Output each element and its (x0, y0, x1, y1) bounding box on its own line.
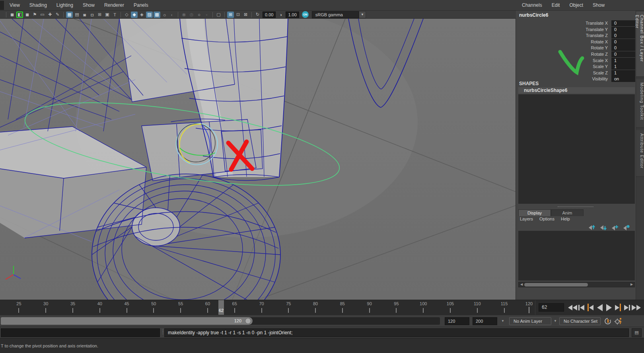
layer-up-icon[interactable] (588, 224, 595, 231)
side-tab-channel-box-layer-editor[interactable]: Channel Box / Layer Editor (636, 12, 644, 77)
channel-value-field[interactable]: 0 (611, 33, 635, 39)
go-to-end-button[interactable] (632, 303, 641, 312)
side-tab-attribute-editor[interactable]: Attribute Editor (636, 130, 644, 177)
menu-show[interactable]: Show (588, 0, 609, 8)
channel-label[interactable]: Rotate X (591, 39, 608, 44)
object-name[interactable]: nurbsCircle6 (519, 12, 548, 18)
anti-aliasing-icon[interactable]: ○ (196, 12, 202, 18)
time-slider-ticks[interactable]: 2530354045505560657075808590951001051101… (0, 300, 535, 315)
layer-menu-options[interactable]: Options (539, 216, 555, 221)
time-slider[interactable]: 2530354045505560657075808590951001051101… (0, 300, 644, 315)
shape-name[interactable]: nurbsCircleShape6 (518, 87, 635, 94)
tab-anim[interactable]: Anim (551, 209, 584, 216)
chevron-down-icon[interactable]: ▼ (501, 319, 504, 323)
side-tab-modeling-toolkit[interactable]: Modeling Toolkit (636, 79, 644, 128)
channel-label[interactable]: Scale Z (593, 70, 608, 75)
go-to-start-button[interactable] (568, 303, 577, 312)
channel-value-field[interactable]: 0 (611, 51, 635, 57)
step-forward-frame-button[interactable] (623, 303, 632, 312)
channel-value-field[interactable]: 0 (611, 27, 635, 33)
anim-layer-field[interactable]: No Anim Layer (509, 317, 551, 325)
xray-joints-icon[interactable]: ⊠ (242, 12, 249, 18)
channel-value-field[interactable]: 0 (611, 45, 635, 51)
channel-value-field[interactable]: 1 (611, 58, 635, 64)
image-plane-icon[interactable]: ▭ (39, 12, 46, 18)
resolution-gate-icon[interactable]: ◙ (81, 12, 88, 18)
contrast-icon[interactable]: ◑ (277, 12, 284, 18)
xray-icon[interactable]: ⊞ (227, 12, 234, 18)
wireframe-icon[interactable]: ◇ (123, 12, 130, 18)
safe-title-icon[interactable]: T (111, 12, 118, 18)
shaded-icon[interactable]: ◆ (131, 12, 138, 18)
menu-show[interactable]: Show (78, 0, 99, 8)
layer-menu-help[interactable]: Help (561, 216, 570, 221)
menu-edit[interactable]: Edit (547, 0, 565, 8)
chevron-down-icon[interactable]: ▼ (359, 11, 366, 18)
wireframe-on-shaded-icon[interactable]: ◈ (138, 12, 145, 18)
camera-lock-icon[interactable]: ◧ (16, 12, 23, 18)
grease-pencil-icon[interactable]: ✎ (54, 12, 61, 18)
menu-shading[interactable]: Shading (25, 0, 52, 8)
camera-select-icon[interactable]: ◼ (9, 12, 16, 18)
channel-label[interactable]: Visibility (592, 76, 608, 81)
animation-preferences-icon[interactable] (614, 317, 623, 326)
viewport[interactable] (0, 19, 516, 300)
gate-mask-icon[interactable]: ◘ (89, 12, 95, 18)
channel-label[interactable]: Translate Y (586, 27, 608, 32)
command-result[interactable]: makeIdentity -apply true -t 1 -r 1 -s 1 … (164, 328, 629, 337)
new-layer-icon[interactable] (611, 224, 619, 231)
current-frame-field[interactable]: 62 (539, 303, 564, 312)
chevron-down-icon[interactable]: ▼ (554, 319, 557, 323)
gamma-field[interactable]: 1.00 (286, 12, 299, 18)
range-slider-fill[interactable]: 120 (1, 317, 253, 325)
menu-panels[interactable]: Panels (129, 0, 153, 8)
scroll-right-icon[interactable]: ▶ (629, 283, 634, 287)
grid-icon[interactable]: ▦ (66, 12, 73, 18)
command-input[interactable] (1, 328, 160, 337)
layer-down-icon[interactable] (599, 224, 607, 231)
isolate-select-icon[interactable]: ▢ (215, 12, 222, 18)
play-backwards-button[interactable] (595, 303, 604, 312)
range-slider[interactable]: 120 (1, 317, 440, 325)
new-empty-layer-icon[interactable] (622, 224, 630, 231)
menu-object[interactable]: Object (564, 0, 588, 8)
lights-icon[interactable]: ☼ (161, 12, 168, 18)
channel-value-field[interactable]: 1 (611, 64, 635, 70)
channel-value-field[interactable]: on (611, 76, 635, 82)
menu-view[interactable]: View (5, 0, 25, 8)
ambient-occlusion-icon[interactable]: ◉ (181, 12, 187, 18)
channel-value-field[interactable]: 0 (611, 20, 635, 26)
bookmark-icon[interactable]: ⚑ (31, 12, 38, 18)
color-space-select[interactable]: sRGB gamma (312, 11, 359, 18)
step-back-frame-button[interactable] (577, 303, 586, 312)
exposure-field[interactable]: 0.00 (263, 12, 276, 18)
camera-attributes-icon[interactable]: ◼ (24, 12, 31, 18)
shadows-icon[interactable]: ◐ (169, 12, 175, 18)
script-editor-icon[interactable]: ▤ (632, 328, 642, 337)
textured-icon[interactable]: ▨ (146, 12, 153, 18)
channel-label[interactable]: Scale Y (593, 64, 608, 69)
film-gate-icon[interactable]: ▤ (74, 12, 80, 18)
xray-active-icon[interactable]: ⊡ (235, 12, 241, 18)
depth-of-field-icon[interactable]: ▫ (203, 12, 210, 18)
menu-channels[interactable]: Channels (517, 0, 547, 8)
play-forwards-button[interactable] (604, 303, 613, 312)
field-chart-icon[interactable]: ⊞ (96, 12, 103, 18)
channel-label[interactable]: Rotate Z (591, 52, 608, 57)
animation-end-field[interactable]: 200 (473, 317, 497, 325)
panel-splitter[interactable] (558, 207, 593, 207)
step-forward-key-button[interactable] (613, 303, 623, 312)
playback-options-icon[interactable] (604, 317, 612, 325)
use-default-material-icon[interactable]: ▩ (154, 12, 160, 18)
current-frame-marker[interactable] (218, 300, 224, 315)
tab-display[interactable]: Display (518, 209, 551, 216)
channel-value-field[interactable]: 0 (611, 39, 635, 45)
channel-label[interactable]: Translate X (586, 21, 608, 25)
channel-label[interactable]: Scale X (593, 58, 608, 63)
view-transform-on-button[interactable]: ON (302, 11, 309, 18)
step-back-key-button[interactable] (586, 303, 595, 312)
motion-blur-icon[interactable]: ◎ (188, 12, 195, 18)
layer-menu-layers[interactable]: Layers (520, 216, 533, 221)
range-end-handle[interactable] (245, 318, 251, 324)
playback-end-field[interactable]: 120 (445, 317, 469, 325)
